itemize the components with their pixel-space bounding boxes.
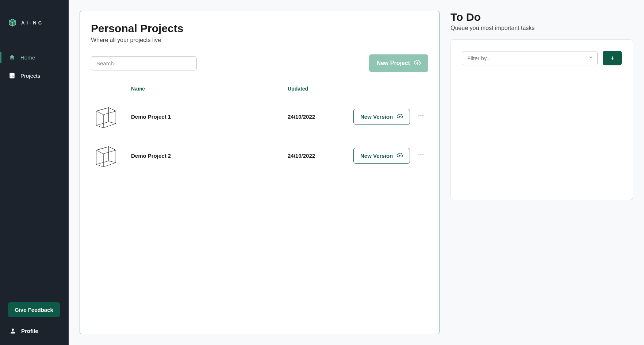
svg-point-18 — [418, 154, 419, 156]
svg-marker-14 — [96, 147, 116, 154]
todo-card: + — [451, 39, 633, 200]
project-thumbnail — [91, 141, 131, 170]
more-horizontal-icon — [418, 152, 424, 160]
svg-marker-3 — [96, 108, 109, 126]
filter-input[interactable] — [462, 51, 598, 65]
svg-point-2 — [12, 329, 14, 331]
projects-icon — [9, 72, 15, 79]
column-header-name[interactable]: Name — [131, 86, 288, 92]
sidebar-item-projects[interactable]: Projects — [0, 67, 69, 84]
more-horizontal-icon — [418, 112, 424, 120]
svg-point-9 — [418, 115, 419, 116]
sidebar-item-label: Profile — [21, 328, 38, 334]
row-more-button[interactable] — [414, 152, 428, 160]
filter-select[interactable] — [462, 51, 598, 65]
projects-panel: Personal Projects Where all your project… — [80, 11, 440, 334]
upload-cloud-icon — [396, 113, 403, 120]
svg-line-17 — [103, 163, 116, 167]
sidebar-item-profile[interactable]: Profile — [8, 327, 61, 334]
svg-point-11 — [422, 115, 423, 116]
table-row[interactable]: Demo Project 2 24/10/2022 New Version — [91, 136, 428, 175]
brand-name: AI-NC — [21, 20, 43, 26]
plus-icon: + — [610, 54, 614, 62]
project-updated: 24/10/2022 — [288, 153, 353, 159]
sidebar-item-home[interactable]: Home — [0, 49, 69, 66]
sidebar: AI-NC Home Projects Give Feedback Profil… — [0, 0, 69, 345]
svg-marker-5 — [96, 108, 116, 115]
svg-point-10 — [421, 115, 422, 116]
projects-title: Personal Projects — [91, 22, 428, 35]
sidebar-bottom: Give Feedback Profile — [0, 302, 69, 345]
sidebar-item-label: Home — [20, 54, 35, 61]
new-version-label: New Version — [360, 114, 393, 120]
svg-marker-4 — [109, 108, 116, 124]
sidebar-nav: Home Projects — [0, 42, 69, 84]
add-todo-button[interactable]: + — [603, 51, 622, 65]
new-version-label: New Version — [360, 153, 393, 159]
svg-point-20 — [422, 154, 423, 156]
upload-cloud-icon — [396, 152, 403, 160]
row-more-button[interactable] — [414, 112, 428, 120]
new-version-button[interactable]: New Version — [353, 148, 410, 164]
svg-marker-13 — [109, 147, 116, 163]
svg-line-7 — [96, 125, 104, 128]
upload-cloud-icon — [414, 59, 421, 68]
table-row[interactable]: Demo Project 1 24/10/2022 New Version — [91, 97, 428, 136]
projects-toolbar: New Project — [91, 54, 428, 72]
todo-title: To Do — [451, 11, 633, 23]
project-name: Demo Project 2 — [131, 153, 288, 159]
svg-point-19 — [421, 154, 422, 156]
project-name: Demo Project 1 — [131, 114, 288, 120]
profile-icon — [9, 327, 16, 334]
project-updated: 24/10/2022 — [288, 114, 353, 120]
todo-controls: + — [462, 51, 622, 65]
todo-panel: To Do Queue you most important tasks + — [451, 11, 633, 334]
projects-table-header: Name Updated — [91, 82, 428, 97]
brand-logo-icon — [8, 18, 17, 27]
give-feedback-button[interactable]: Give Feedback — [8, 302, 60, 317]
project-thumbnail — [91, 102, 131, 131]
sidebar-item-label: Projects — [20, 73, 40, 79]
brand-logo-row: AI-NC — [0, 18, 69, 42]
column-header-updated[interactable]: Updated — [288, 86, 353, 92]
projects-subtitle: Where all your projects live — [91, 37, 428, 43]
search-input[interactable] — [91, 56, 197, 70]
new-project-button[interactable]: New Project — [369, 54, 428, 72]
todo-subtitle: Queue you most important tasks — [451, 25, 633, 31]
new-version-button[interactable]: New Version — [353, 109, 410, 124]
main-area: Personal Projects Where all your project… — [69, 0, 644, 345]
svg-line-16 — [96, 164, 104, 167]
svg-marker-12 — [96, 147, 109, 165]
home-icon — [9, 54, 15, 61]
svg-line-8 — [103, 124, 116, 128]
new-project-label: New Project — [376, 60, 410, 66]
